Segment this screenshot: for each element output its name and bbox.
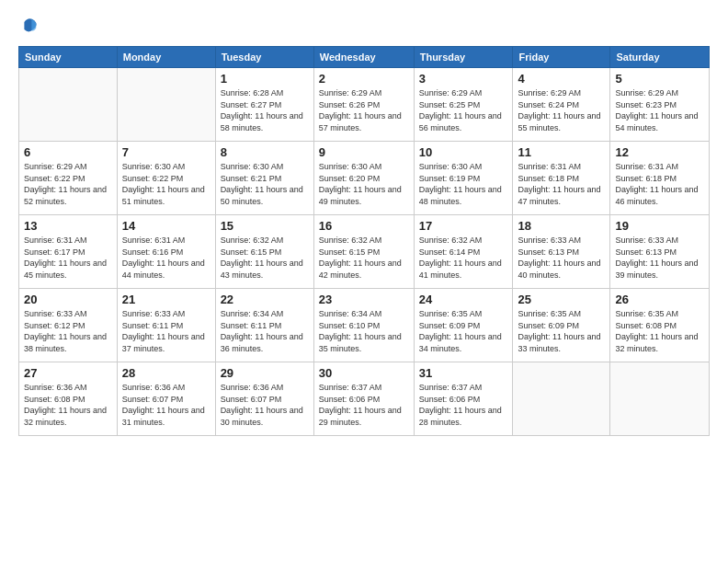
day-number: 16	[319, 219, 409, 233]
col-monday: Monday	[117, 47, 215, 68]
day-number: 18	[518, 219, 605, 233]
day-number: 27	[24, 366, 112, 380]
calendar-cell: 12Sunrise: 6:31 AMSunset: 6:18 PMDayligh…	[610, 142, 710, 215]
calendar-week-row: 20Sunrise: 6:33 AMSunset: 6:12 PMDayligh…	[19, 289, 710, 362]
day-number: 30	[319, 366, 409, 380]
day-info: Sunrise: 6:28 AMSunset: 6:27 PMDaylight:…	[221, 87, 309, 133]
day-info: Sunrise: 6:33 AMSunset: 6:12 PMDaylight:…	[24, 308, 112, 354]
day-number: 17	[419, 219, 508, 233]
calendar-cell: 1Sunrise: 6:28 AMSunset: 6:27 PMDaylight…	[215, 68, 313, 142]
calendar-cell: 2Sunrise: 6:29 AMSunset: 6:26 PMDaylight…	[313, 68, 414, 142]
calendar-cell: 13Sunrise: 6:31 AMSunset: 6:17 PMDayligh…	[19, 215, 118, 289]
day-number: 7	[122, 145, 210, 159]
day-number: 21	[122, 293, 210, 306]
day-info: Sunrise: 6:34 AMSunset: 6:11 PMDaylight:…	[221, 308, 309, 354]
day-info: Sunrise: 6:30 AMSunset: 6:19 PMDaylight:…	[419, 161, 508, 207]
calendar-cell: 17Sunrise: 6:32 AMSunset: 6:14 PMDayligh…	[414, 215, 513, 289]
day-info: Sunrise: 6:35 AMSunset: 6:09 PMDaylight:…	[419, 308, 508, 354]
day-number: 31	[419, 366, 508, 380]
calendar-cell: 25Sunrise: 6:35 AMSunset: 6:09 PMDayligh…	[513, 289, 610, 362]
day-number: 12	[615, 145, 704, 159]
day-info: Sunrise: 6:31 AMSunset: 6:17 PMDaylight:…	[24, 235, 112, 281]
day-number: 1	[221, 72, 309, 86]
col-tuesday: Tuesday	[215, 47, 313, 68]
day-number: 2	[319, 72, 409, 86]
calendar-cell: 14Sunrise: 6:31 AMSunset: 6:16 PMDayligh…	[117, 215, 215, 289]
day-info: Sunrise: 6:34 AMSunset: 6:10 PMDaylight:…	[319, 308, 409, 354]
day-info: Sunrise: 6:30 AMSunset: 6:21 PMDaylight:…	[221, 161, 309, 207]
calendar-cell: 10Sunrise: 6:30 AMSunset: 6:19 PMDayligh…	[414, 142, 513, 215]
day-info: Sunrise: 6:32 AMSunset: 6:15 PMDaylight:…	[221, 235, 309, 281]
day-number: 13	[24, 219, 112, 233]
day-number: 26	[615, 293, 704, 306]
day-info: Sunrise: 6:36 AMSunset: 6:08 PMDaylight:…	[24, 382, 112, 428]
day-info: Sunrise: 6:29 AMSunset: 6:26 PMDaylight:…	[319, 87, 409, 133]
day-info: Sunrise: 6:33 AMSunset: 6:11 PMDaylight:…	[122, 308, 210, 354]
day-info: Sunrise: 6:29 AMSunset: 6:23 PMDaylight:…	[615, 87, 704, 133]
day-info: Sunrise: 6:30 AMSunset: 6:22 PMDaylight:…	[122, 161, 210, 207]
day-info: Sunrise: 6:29 AMSunset: 6:25 PMDaylight:…	[419, 87, 508, 133]
logo	[18, 15, 44, 37]
calendar-week-row: 27Sunrise: 6:36 AMSunset: 6:08 PMDayligh…	[19, 362, 710, 436]
calendar-cell: 8Sunrise: 6:30 AMSunset: 6:21 PMDaylight…	[215, 142, 313, 215]
day-number: 3	[419, 72, 508, 86]
day-number: 23	[319, 293, 409, 306]
calendar-cell: 23Sunrise: 6:34 AMSunset: 6:10 PMDayligh…	[313, 289, 414, 362]
col-sunday: Sunday	[19, 47, 118, 68]
day-info: Sunrise: 6:31 AMSunset: 6:18 PMDaylight:…	[615, 161, 704, 207]
col-wednesday: Wednesday	[313, 47, 414, 68]
calendar-cell: 11Sunrise: 6:31 AMSunset: 6:18 PMDayligh…	[513, 142, 610, 215]
header	[18, 15, 710, 37]
calendar-cell: 4Sunrise: 6:29 AMSunset: 6:24 PMDaylight…	[513, 68, 610, 142]
day-number: 6	[24, 145, 112, 159]
day-info: Sunrise: 6:36 AMSunset: 6:07 PMDaylight:…	[221, 382, 309, 428]
col-saturday: Saturday	[610, 47, 710, 68]
day-number: 8	[221, 145, 309, 159]
day-info: Sunrise: 6:29 AMSunset: 6:22 PMDaylight:…	[24, 161, 112, 207]
day-info: Sunrise: 6:35 AMSunset: 6:09 PMDaylight:…	[518, 308, 605, 354]
day-number: 28	[122, 366, 210, 380]
calendar-cell: 3Sunrise: 6:29 AMSunset: 6:25 PMDaylight…	[414, 68, 513, 142]
day-number: 9	[319, 145, 409, 159]
day-info: Sunrise: 6:30 AMSunset: 6:20 PMDaylight:…	[319, 161, 409, 207]
calendar-cell: 18Sunrise: 6:33 AMSunset: 6:13 PMDayligh…	[513, 215, 610, 289]
calendar-cell: 7Sunrise: 6:30 AMSunset: 6:22 PMDaylight…	[117, 142, 215, 215]
calendar-cell	[610, 362, 710, 436]
calendar-table: Sunday Monday Tuesday Wednesday Thursday…	[18, 46, 710, 436]
calendar-cell: 30Sunrise: 6:37 AMSunset: 6:06 PMDayligh…	[313, 362, 414, 436]
logo-icon	[18, 15, 40, 37]
day-number: 5	[615, 72, 704, 86]
day-info: Sunrise: 6:35 AMSunset: 6:08 PMDaylight:…	[615, 308, 704, 354]
day-number: 19	[615, 219, 704, 233]
day-number: 4	[518, 72, 605, 86]
day-info: Sunrise: 6:37 AMSunset: 6:06 PMDaylight:…	[419, 382, 508, 428]
day-number: 20	[24, 293, 112, 306]
calendar-cell: 24Sunrise: 6:35 AMSunset: 6:09 PMDayligh…	[414, 289, 513, 362]
calendar-week-row: 1Sunrise: 6:28 AMSunset: 6:27 PMDaylight…	[19, 68, 710, 142]
calendar-cell: 27Sunrise: 6:36 AMSunset: 6:08 PMDayligh…	[19, 362, 118, 436]
day-info: Sunrise: 6:36 AMSunset: 6:07 PMDaylight:…	[122, 382, 210, 428]
calendar-cell	[513, 362, 610, 436]
day-info: Sunrise: 6:32 AMSunset: 6:15 PMDaylight:…	[319, 235, 409, 281]
calendar-cell: 15Sunrise: 6:32 AMSunset: 6:15 PMDayligh…	[215, 215, 313, 289]
calendar-cell: 22Sunrise: 6:34 AMSunset: 6:11 PMDayligh…	[215, 289, 313, 362]
calendar-cell: 6Sunrise: 6:29 AMSunset: 6:22 PMDaylight…	[19, 142, 118, 215]
calendar-cell: 26Sunrise: 6:35 AMSunset: 6:08 PMDayligh…	[610, 289, 710, 362]
calendar-cell: 20Sunrise: 6:33 AMSunset: 6:12 PMDayligh…	[19, 289, 118, 362]
day-info: Sunrise: 6:31 AMSunset: 6:18 PMDaylight:…	[518, 161, 605, 207]
calendar-cell: 9Sunrise: 6:30 AMSunset: 6:20 PMDaylight…	[313, 142, 414, 215]
day-number: 14	[122, 219, 210, 233]
day-info: Sunrise: 6:31 AMSunset: 6:16 PMDaylight:…	[122, 235, 210, 281]
calendar-cell: 31Sunrise: 6:37 AMSunset: 6:06 PMDayligh…	[414, 362, 513, 436]
day-info: Sunrise: 6:29 AMSunset: 6:24 PMDaylight:…	[518, 87, 605, 133]
day-number: 24	[419, 293, 508, 306]
calendar-week-row: 13Sunrise: 6:31 AMSunset: 6:17 PMDayligh…	[19, 215, 710, 289]
calendar-header-row: Sunday Monday Tuesday Wednesday Thursday…	[19, 47, 710, 68]
day-number: 15	[221, 219, 309, 233]
day-number: 25	[518, 293, 605, 306]
calendar-cell: 16Sunrise: 6:32 AMSunset: 6:15 PMDayligh…	[313, 215, 414, 289]
page: Sunday Monday Tuesday Wednesday Thursday…	[0, 0, 728, 563]
day-number: 29	[221, 366, 309, 380]
day-info: Sunrise: 6:33 AMSunset: 6:13 PMDaylight:…	[518, 235, 605, 281]
col-friday: Friday	[513, 47, 610, 68]
